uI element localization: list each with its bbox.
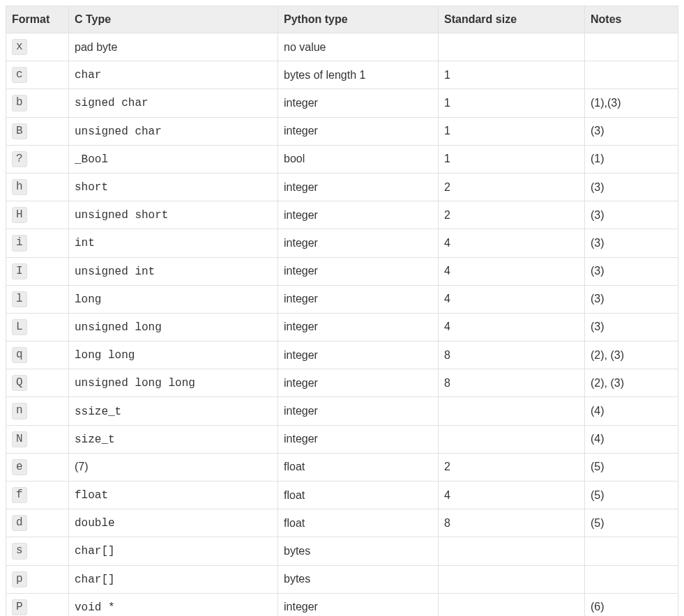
header-format: Format <box>6 6 69 33</box>
cell-size: 8 <box>439 369 585 397</box>
cell-python: integer <box>278 313 439 341</box>
table-body: xpad byteno valueccharbytes of length 11… <box>6 33 678 617</box>
ctype-value: pad byte <box>75 41 117 53</box>
table-row: ddoublefloat8(5) <box>6 509 678 537</box>
format-table: Format C Type Python type Standard size … <box>6 6 678 616</box>
ctype-value: double <box>75 517 115 530</box>
format-code: Q <box>12 375 27 391</box>
table-row: Pvoid *integer(6) <box>6 593 678 616</box>
cell-size: 8 <box>439 509 585 537</box>
cell-format: h <box>6 173 69 201</box>
cell-size: 4 <box>439 285 585 313</box>
cell-ctype: unsigned int <box>69 257 278 285</box>
format-code: e <box>12 459 27 475</box>
format-code: L <box>12 319 27 335</box>
table-row: Lunsigned longinteger4(3) <box>6 313 678 341</box>
cell-size: 1 <box>439 117 585 145</box>
format-code: H <box>12 207 27 223</box>
cell-ctype: unsigned char <box>69 117 278 145</box>
cell-ctype: pad byte <box>69 33 278 61</box>
cell-format: i <box>6 229 69 257</box>
cell-size: 8 <box>439 341 585 369</box>
format-code: b <box>12 95 27 111</box>
cell-notes: (4) <box>585 397 678 425</box>
cell-size <box>439 565 585 593</box>
cell-python: float <box>278 453 439 481</box>
cell-notes: (3) <box>585 201 678 229</box>
cell-size: 4 <box>439 229 585 257</box>
cell-format: n <box>6 397 69 425</box>
ctype-value: float <box>75 489 108 502</box>
cell-python: integer <box>278 341 439 369</box>
cell-ctype: long <box>69 285 278 313</box>
cell-python: integer <box>278 257 439 285</box>
cell-notes: (4) <box>585 425 678 453</box>
cell-size: 1 <box>439 61 585 89</box>
cell-format: q <box>6 341 69 369</box>
cell-ctype: size_t <box>69 425 278 453</box>
cell-python: float <box>278 482 439 509</box>
cell-notes: (3) <box>585 257 678 285</box>
ctype-value: unsigned int <box>75 265 155 278</box>
cell-python: integer <box>278 369 439 397</box>
cell-format: e <box>6 453 69 481</box>
format-code: I <box>12 263 27 279</box>
cell-notes: (1),(3) <box>585 89 678 117</box>
format-code: c <box>12 67 27 83</box>
cell-python: integer <box>278 425 439 453</box>
table-row: ?_Boolbool1(1) <box>6 145 678 173</box>
cell-format: b <box>6 89 69 117</box>
ctype-value: short <box>75 181 108 194</box>
format-code: q <box>12 347 27 363</box>
cell-ctype: int <box>69 229 278 257</box>
header-python: Python type <box>278 6 439 33</box>
cell-python: bool <box>278 145 439 173</box>
cell-size <box>439 425 585 453</box>
cell-ctype: short <box>69 173 278 201</box>
cell-format: s <box>6 537 69 565</box>
cell-python: bytes <box>278 537 439 565</box>
ctype-value: ssize_t <box>75 406 121 418</box>
cell-notes: (5) <box>585 453 678 481</box>
cell-ctype: char[] <box>69 565 278 593</box>
cell-format: l <box>6 285 69 313</box>
cell-notes <box>585 33 678 61</box>
table-row: e(7)float2(5) <box>6 453 678 481</box>
format-code: s <box>12 543 27 559</box>
cell-size: 4 <box>439 257 585 285</box>
cell-format: Q <box>6 369 69 397</box>
table-row: Nsize_tinteger(4) <box>6 425 678 453</box>
ctype-value: long <box>75 293 101 306</box>
cell-python: float <box>278 509 439 537</box>
format-code: x <box>12 39 27 55</box>
cell-format: H <box>6 201 69 229</box>
ctype-value: (7) <box>75 461 89 472</box>
ctype-value: char <box>75 69 101 82</box>
cell-python: no value <box>278 33 439 61</box>
cell-ctype: void * <box>69 593 278 616</box>
table-row: ffloatfloat4(5) <box>6 482 678 509</box>
table-row: pchar[]bytes <box>6 565 678 593</box>
cell-format: x <box>6 33 69 61</box>
cell-notes <box>585 61 678 89</box>
format-code: p <box>12 571 27 587</box>
cell-python: integer <box>278 285 439 313</box>
cell-notes: (5) <box>585 509 678 537</box>
cell-size: 1 <box>439 145 585 173</box>
cell-size: 2 <box>439 453 585 481</box>
table-header-row: Format C Type Python type Standard size … <box>6 6 678 33</box>
ctype-value: char[] <box>75 545 115 557</box>
cell-ctype: unsigned short <box>69 201 278 229</box>
format-code: B <box>12 123 27 139</box>
cell-size: 4 <box>439 482 585 509</box>
format-code: l <box>12 291 27 307</box>
table-row: hshortinteger2(3) <box>6 173 678 201</box>
table-row: xpad byteno value <box>6 33 678 61</box>
cell-notes <box>585 565 678 593</box>
cell-size: 2 <box>439 173 585 201</box>
format-code: N <box>12 431 27 447</box>
table-row: Bunsigned charinteger1(3) <box>6 117 678 145</box>
cell-format: P <box>6 593 69 616</box>
cell-notes: (3) <box>585 117 678 145</box>
cell-python: integer <box>278 201 439 229</box>
